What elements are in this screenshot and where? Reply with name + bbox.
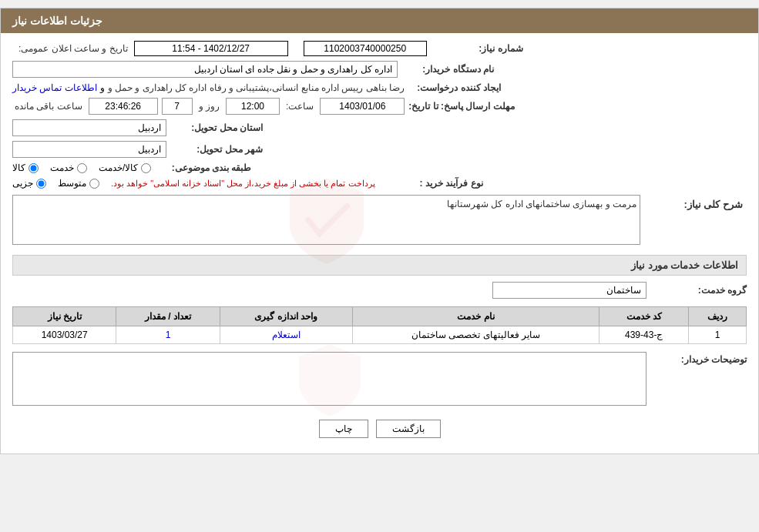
col-header-service-name: نام خدمت — [352, 307, 599, 326]
service-group-value: ساختمان — [492, 282, 646, 299]
deadline-label: مهلت ارسال پاسخ: تا تاریخ: — [408, 101, 514, 112]
category-label: طبقه بندی موضوعی: — [151, 162, 251, 173]
category-radio-goods-services[interactable] — [141, 163, 151, 173]
cell-date: 1403/03/27 — [13, 326, 116, 344]
process-note: پرداخت تمام یا بخشی از مبلغ خرید،از محل … — [111, 179, 383, 189]
process-radio-minor[interactable] — [36, 179, 46, 189]
page-header: جزئیات اطلاعات نیاز — [1, 8, 758, 33]
remaining-label: ساعت باقی مانده — [15, 101, 82, 112]
buyer-notes-textarea[interactable] — [12, 352, 646, 406]
days-label: روز و — [199, 101, 220, 112]
col-header-date: تاریخ نیاز — [13, 307, 116, 326]
process-option-medium[interactable]: متوسط — [58, 178, 99, 189]
creator-value: رضا بناهی رییس اداره منابع انسانی،پشتیبا… — [108, 82, 405, 93]
category-row: طبقه بندی موضوعی: کالا/خدمت خدمت کالا — [12, 162, 747, 173]
cell-row-num: 1 — [689, 326, 747, 344]
creator-conjunction: و — [100, 82, 105, 93]
content-area: شماره نیاز: 1102003740000250 1402/12/27 … — [1, 33, 758, 453]
buyer-notes-label: توضیحات خریدار: — [646, 352, 747, 365]
announcement-date-value: 1402/12/27 - 11:54 — [134, 41, 288, 56]
col-header-row-num: ردیف — [689, 307, 747, 326]
deadline-row: مهلت ارسال پاسخ: تا تاریخ: 1403/01/06 سا… — [12, 98, 747, 115]
services-section-title: اطلاعات خدمات مورد نیاز — [12, 255, 747, 276]
city-value: اردبیل — [12, 141, 166, 158]
request-number-row: شماره نیاز: 1102003740000250 1402/12/27 … — [12, 41, 747, 56]
process-row: نوع فرآیند خرید : پرداخت تمام یا بخشی از… — [12, 178, 747, 189]
process-label-medium: متوسط — [58, 178, 86, 189]
province-row: استان محل تحویل: اردبیل — [12, 119, 747, 136]
days-value: 7 — [162, 98, 193, 115]
creator-label: ایجاد کننده درخواست: — [405, 82, 505, 93]
cell-unit: استعلام — [220, 326, 352, 344]
category-option-service[interactable]: خدمت — [50, 162, 87, 173]
col-header-service-code: کد خدمت — [599, 307, 689, 326]
col-header-unit: واحد اندازه گیری — [220, 307, 352, 326]
process-radio-group: پرداخت تمام یا بخشی از مبلغ خرید،از محل … — [12, 178, 383, 189]
print-button[interactable]: چاپ — [319, 420, 368, 438]
service-group-row: گروه خدمت: ساختمان — [12, 282, 747, 299]
deadline-time-value: 12:00 — [226, 98, 280, 115]
description-label: شرح کلی نیاز: — [646, 195, 747, 210]
page-title: جزئیات اطلاعات نیاز — [12, 15, 102, 27]
category-label-goods-services: کالا/خدمت — [99, 162, 138, 173]
category-label-service: خدمت — [50, 162, 74, 173]
page-container: جزئیات اطلاعات نیاز شماره نیاز: 11020037… — [0, 8, 759, 454]
category-option-goods[interactable]: کالا — [12, 162, 39, 173]
province-value: اردبیل — [12, 119, 166, 136]
remaining-value: 23:46:26 — [89, 98, 158, 115]
description-section: شرح کلی نیاز: مرمت و بهسازی ساختمانهای ا… — [12, 195, 747, 247]
request-number-value: 1102003740000250 — [304, 41, 427, 56]
col-header-quantity: تعداد / مقدار — [116, 307, 220, 326]
time-label: ساعت: — [286, 101, 314, 112]
buyer-notes-wrapper — [12, 352, 646, 408]
process-radio-medium[interactable] — [89, 179, 99, 189]
announcement-date-label: تاریخ و ساعت اعلان عمومی: — [18, 43, 128, 54]
table-header-row: ردیف کد خدمت نام خدمت واحد اندازه گیری ت… — [13, 307, 747, 326]
province-label: استان محل تحویل: — [166, 122, 267, 133]
services-table-container: ردیف کد خدمت نام خدمت واحد اندازه گیری ت… — [12, 306, 747, 344]
buyer-notes-row: توضیحات خریدار: — [12, 352, 747, 408]
category-radio-goods[interactable] — [29, 163, 39, 173]
city-label: شهر محل تحویل: — [166, 144, 267, 155]
deadline-date-value: 1403/01/06 — [320, 98, 405, 115]
services-table: ردیف کد خدمت نام خدمت واحد اندازه گیری ت… — [12, 306, 747, 344]
button-row: بازگشت چاپ — [12, 420, 747, 438]
category-radio-group: کالا/خدمت خدمت کالا — [12, 162, 151, 173]
description-wrapper: مرمت و بهسازی ساختمانهای اداره کل شهرستا… — [12, 195, 640, 247]
process-option-minor[interactable]: جزیی — [12, 178, 46, 189]
category-option-goods-services[interactable]: کالا/خدمت — [99, 162, 151, 173]
city-row: شهر محل تحویل: اردبیل — [12, 141, 747, 158]
back-button[interactable]: بازگشت — [376, 420, 441, 438]
request-number-label: شماره نیاز: — [427, 43, 527, 54]
process-label: نوع فرآیند خرید : — [383, 178, 483, 189]
process-label-minor: جزیی — [12, 178, 33, 189]
description-textarea[interactable] — [12, 195, 640, 245]
category-radio-service[interactable] — [77, 163, 87, 173]
buyer-name-value: اداره کل راهداری و حمل و نقل جاده ای است… — [12, 61, 398, 78]
category-label-goods: کالا — [12, 162, 25, 173]
cell-service-code: ج-43-439 — [599, 326, 689, 344]
service-group-label: گروه خدمت: — [646, 285, 747, 296]
cell-quantity: 1 — [116, 326, 220, 344]
buyer-name-row: نام دستگاه خریدار: اداره کل راهداری و حم… — [12, 61, 747, 78]
creator-row: ایجاد کننده درخواست: رضا بناهی رییس ادار… — [12, 82, 747, 93]
buyer-name-label: نام دستگاه خریدار: — [398, 64, 498, 75]
creator-contact-link[interactable]: اطلاعات تماس خریدار — [12, 82, 97, 93]
table-row: 1 ج-43-439 سایر فعالیتهای تخصصی ساختمان … — [13, 326, 747, 344]
cell-service-name: سایر فعالیتهای تخصصی ساختمان — [352, 326, 599, 344]
